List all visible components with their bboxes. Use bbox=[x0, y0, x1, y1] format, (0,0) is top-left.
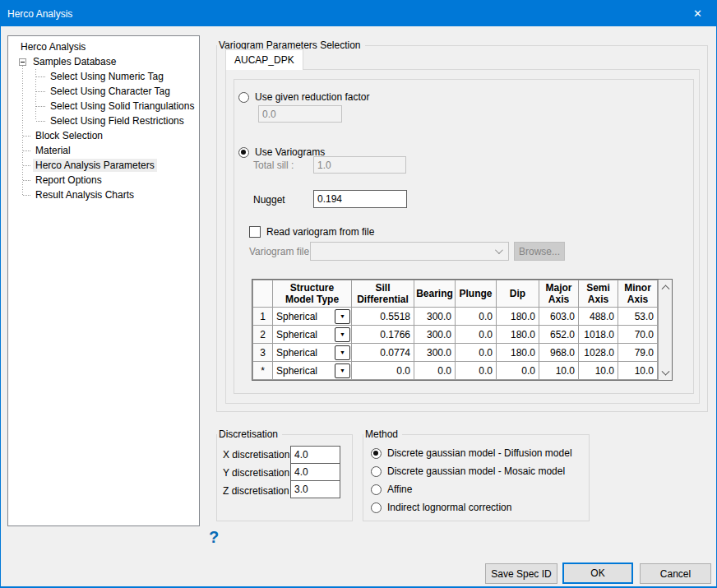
table-scrollbar[interactable] bbox=[658, 280, 672, 380]
table-cell[interactable]: 10.0 bbox=[579, 362, 618, 380]
row-header[interactable]: 2 bbox=[253, 326, 273, 344]
tree-item-select-using-field-restrictions[interactable]: Select Using Field Restrictions bbox=[8, 113, 199, 128]
table-cell[interactable]: 10.0 bbox=[539, 362, 579, 380]
radio-icon[interactable] bbox=[238, 92, 249, 103]
tree-item-select-using-solid-triangulations[interactable]: Select Using Solid Triangulations bbox=[8, 99, 199, 113]
cancel-button[interactable]: Cancel bbox=[640, 563, 711, 584]
structure-model-cell[interactable]: Spherical ▼ bbox=[273, 326, 351, 343]
tree-item-report-options[interactable]: Report Options bbox=[8, 173, 199, 188]
collapse-minus-icon[interactable] bbox=[19, 58, 26, 66]
close-button[interactable]: ✕ bbox=[679, 1, 716, 26]
radio-icon[interactable] bbox=[371, 466, 382, 477]
table-cell[interactable]: 10.0 bbox=[618, 362, 658, 380]
table-cell[interactable]: 652.0 bbox=[539, 326, 579, 344]
use-variograms-option[interactable]: Use Variograms bbox=[238, 146, 325, 158]
dropdown-button[interactable]: ▼ bbox=[335, 363, 350, 378]
table-cell[interactable]: 0.0 bbox=[414, 362, 456, 380]
tree-item-block-selection[interactable]: Block Selection bbox=[8, 128, 199, 143]
method-option-affine[interactable]: Affine bbox=[371, 483, 572, 496]
nugget-label: Nugget bbox=[253, 194, 285, 206]
table-cell[interactable]: 79.0 bbox=[618, 344, 658, 362]
tree-item-herco-analysis[interactable]: Herco Analysis bbox=[8, 39, 199, 54]
corner-header[interactable] bbox=[253, 280, 273, 308]
table-cell[interactable]: 0.0 bbox=[456, 326, 497, 344]
structure-model-cell[interactable]: Spherical ▼ bbox=[273, 344, 351, 361]
table-cell[interactable]: 0.5518 bbox=[352, 308, 414, 326]
nugget-input[interactable] bbox=[313, 190, 407, 208]
structure-model-cell[interactable]: Spherical ▼ bbox=[273, 362, 351, 379]
method-option-diffusion[interactable]: Discrete gaussian model - Diffusion mode… bbox=[371, 447, 572, 460]
table-cell[interactable]: 300.0 bbox=[414, 344, 456, 362]
table-row: 3 Spherical ▼ 0.0774 300.0 0.0 180.0 968… bbox=[253, 344, 658, 362]
table-cell[interactable]: 0.0 bbox=[497, 362, 539, 380]
radio-icon[interactable] bbox=[371, 448, 382, 459]
tab-aucap-dpk[interactable]: AUCAP_DPK bbox=[225, 49, 303, 70]
row-header[interactable]: 3 bbox=[253, 344, 273, 362]
table-cell[interactable]: 70.0 bbox=[618, 326, 658, 344]
table-cell[interactable]: 0.0774 bbox=[352, 344, 414, 362]
dropdown-button[interactable]: ▼ bbox=[335, 309, 350, 324]
table-cell[interactable]: 488.0 bbox=[579, 308, 618, 326]
table-cell[interactable]: 1028.0 bbox=[579, 344, 618, 362]
dropdown-button[interactable]: ▼ bbox=[335, 345, 350, 360]
column-header-minor-axis[interactable]: Minor Axis bbox=[618, 280, 658, 308]
dropdown-arrow-icon: ▼ bbox=[340, 368, 345, 373]
help-icon[interactable]: ? bbox=[209, 528, 219, 547]
table-cell[interactable]: 180.0 bbox=[497, 326, 539, 344]
method-option-mosaic[interactable]: Discrete gaussian model - Mosaic model bbox=[371, 465, 572, 478]
row-header[interactable]: 1 bbox=[253, 308, 273, 326]
tree-item-result-analysis-charts[interactable]: Result Analysis Charts bbox=[8, 188, 199, 202]
radio-icon[interactable] bbox=[371, 484, 382, 495]
table-cell[interactable]: 180.0 bbox=[497, 308, 539, 326]
column-header-semi-axis[interactable]: Semi Axis bbox=[579, 280, 618, 308]
column-header-plunge[interactable]: Plunge bbox=[456, 280, 497, 308]
column-header-sill-differential[interactable]: Sill Differential bbox=[352, 280, 414, 308]
table-cell[interactable]: 0.0 bbox=[456, 344, 497, 362]
column-header-structure-model-type[interactable]: Structure Model Type bbox=[273, 280, 352, 308]
method-options: Discrete gaussian model - Diffusion mode… bbox=[371, 447, 572, 514]
checkbox-icon[interactable] bbox=[249, 226, 261, 238]
save-spec-id-button[interactable]: Save Spec ID bbox=[485, 563, 557, 584]
radio-icon[interactable] bbox=[238, 147, 249, 158]
ok-button[interactable]: OK bbox=[562, 563, 633, 584]
column-header-bearing[interactable]: Bearing bbox=[414, 280, 456, 308]
scroll-up-button[interactable] bbox=[659, 280, 672, 293]
column-header-major-axis[interactable]: Major Axis bbox=[539, 280, 579, 308]
table-cell[interactable]: 300.0 bbox=[414, 308, 456, 326]
tree-item-herco-analysis-parameters[interactable]: Herco Analysis Parameters bbox=[8, 158, 199, 173]
z-discretisation-input[interactable] bbox=[290, 480, 340, 498]
table-cell[interactable]: 53.0 bbox=[618, 308, 658, 326]
tree-item-select-using-character-tag[interactable]: Select Using Character Tag bbox=[8, 84, 199, 99]
scroll-down-button[interactable] bbox=[659, 367, 672, 380]
dropdown-button[interactable]: ▼ bbox=[335, 327, 350, 342]
table-cell[interactable]: 300.0 bbox=[414, 326, 456, 344]
navigation-tree: Herco Analysis Samples Database Select U… bbox=[7, 35, 200, 526]
table-cell[interactable]: 0.0 bbox=[352, 362, 414, 380]
tree-item-select-using-numeric-tag[interactable]: Select Using Numeric Tag bbox=[8, 69, 199, 84]
read-variogram-label: Read variogram from file bbox=[266, 226, 374, 238]
dropdown-arrow-icon: ▼ bbox=[340, 331, 345, 337]
read-variogram-option[interactable]: Read variogram from file bbox=[249, 226, 374, 238]
y-discretisation-input[interactable] bbox=[290, 463, 340, 481]
table-cell[interactable]: 603.0 bbox=[539, 308, 579, 326]
chevron-down-icon bbox=[495, 246, 503, 254]
table-cell[interactable]: 0.0 bbox=[456, 308, 497, 326]
table-cell[interactable]: 1018.0 bbox=[579, 326, 618, 344]
window-title: Herco Analysis bbox=[7, 8, 72, 20]
method-option-indirect-lognormal[interactable]: Indirect lognormal correction bbox=[371, 501, 572, 514]
table-cell[interactable]: 180.0 bbox=[497, 344, 539, 362]
tree-item-samples-database[interactable]: Samples Database bbox=[8, 54, 199, 69]
row-header[interactable]: * bbox=[253, 362, 273, 380]
table-cell[interactable]: 0.0 bbox=[456, 362, 497, 380]
reduction-factor-option[interactable]: Use given reduction factor bbox=[238, 91, 369, 103]
total-sill-label: Total sill : bbox=[253, 160, 294, 171]
table-cell[interactable]: 968.0 bbox=[539, 344, 579, 362]
structure-model-cell[interactable]: Spherical ▼ bbox=[273, 308, 351, 325]
radio-icon[interactable] bbox=[371, 502, 382, 513]
column-header-dip[interactable]: Dip bbox=[497, 280, 539, 308]
x-discretisation-input[interactable] bbox=[290, 446, 340, 464]
discretisation-group-title: Discretisation bbox=[217, 428, 282, 440]
tree-item-material[interactable]: Material bbox=[8, 143, 199, 158]
table-cell[interactable]: 0.1766 bbox=[352, 326, 414, 344]
y-discretisation-label: Y discretisation bbox=[223, 467, 289, 479]
